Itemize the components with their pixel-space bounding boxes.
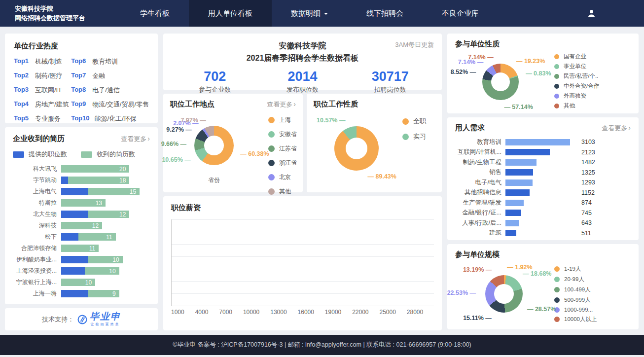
resume-chart-legend: 提供的职位数收到的简历数	[13, 150, 150, 159]
industry-item: Top8电子/通信	[71, 86, 149, 95]
resume-row: 特斯拉13	[13, 197, 150, 209]
industry-item: Top3互联网/IT	[14, 86, 71, 95]
donut-percent-label: — 0.83%	[526, 70, 551, 77]
donut-percent-label: 15.11% —	[463, 315, 492, 321]
industry-item: Top2制药/医疗	[14, 71, 71, 80]
x-tick-label	[347, 309, 352, 316]
donut-percent-label: 22.53% —	[447, 289, 476, 296]
legend-item[interactable]: 事业单位	[554, 63, 599, 70]
legend-item[interactable]: 1000-999...	[554, 307, 597, 313]
company-resumes-card: 企业收到的简历 查看更多› 提供的职位数收到的简历数 科大讯飞20字节跳动18上…	[5, 127, 158, 304]
resume-row: 宁波银行上海...10	[13, 277, 150, 288]
legend-item[interactable]: 外商独资	[554, 92, 599, 100]
kpi-stats: 702参与企业数 2014发布职位数 30717招聘岗位数	[171, 69, 434, 94]
x-tick-label	[369, 309, 374, 316]
x-tick-label	[287, 309, 292, 316]
unit-nature-title: 参与单位性质	[455, 39, 631, 49]
legend-item[interactable]: 中外合资/合作	[554, 82, 599, 90]
industry-item: Top7金融	[71, 71, 149, 80]
job-nature-title: 职位工作性质	[314, 100, 435, 109]
chevron-right-icon: ›	[628, 124, 631, 132]
page-footer: ©毕业申 备案号 : 沪ICP备17007916号-3 | 邮箱 : info@…	[0, 335, 644, 355]
legend-item[interactable]: 其他	[268, 187, 297, 196]
industry-item: Top6教育培训	[71, 57, 149, 66]
x-tick-label	[396, 309, 401, 316]
demand-row: 电子/电气1293	[455, 178, 631, 188]
x-tick-label	[429, 309, 434, 316]
unit-scale-legend: 1-19人20-99人100-499人500-999人1000-999...10…	[554, 265, 597, 323]
legend-item[interactable]: 浙江省	[268, 159, 297, 167]
legend-item[interactable]: 500-999人	[554, 296, 597, 304]
x-tick-label	[374, 309, 380, 316]
donut-percent-label: — 19.23%	[516, 58, 545, 65]
industry-heat-card: 单位行业热度 Top1机械/制造 Top2制药/医疗 Top3互联网/IT To…	[5, 34, 158, 123]
demand-row: 金融/银行/证...745	[455, 208, 631, 218]
biyeshen-logo-text: 毕业申	[90, 312, 121, 321]
demand-row: 销售1325	[455, 168, 631, 178]
legend-item[interactable]: 其他	[554, 102, 599, 109]
legend-item[interactable]: 北京	[268, 173, 297, 181]
donut-percent-label: 10.57% —	[317, 117, 345, 124]
user-icon-glyph	[586, 8, 597, 19]
donut-percent-label: — 28.57%	[527, 306, 556, 313]
job-location-legend: 上海安徽省江苏省浙江省北京其他	[268, 116, 297, 196]
industry-item: Top1机械/制造	[14, 57, 71, 66]
legend-item[interactable]: 提供的职位数	[13, 150, 67, 159]
legend-item[interactable]: 安徽省	[268, 130, 297, 139]
job-location-more-link[interactable]: 查看更多›	[267, 100, 296, 109]
nav-item-employer-board[interactable]: 用人单位看板	[189, 0, 272, 27]
demand-bar-chart: 教育培训3103互联网/计算机...2123制药/生物工程1482销售1325电…	[455, 137, 631, 238]
legend-item[interactable]: 实习	[402, 132, 426, 141]
donut-percent-label: 7.14% —	[468, 54, 493, 61]
x-tick-label	[214, 309, 219, 316]
x-tick-label	[232, 309, 238, 316]
tech-support-label: 技术支持：	[42, 315, 74, 324]
company-resumes-title: 企业收到的简历	[13, 134, 65, 143]
demand-more-link[interactable]: 查看更多›	[602, 124, 631, 133]
resume-row: 科大讯飞20	[13, 163, 150, 175]
tech-support-card: 技术支持： 毕业申 让校招更简单	[5, 308, 158, 330]
nav-item-data-detail[interactable]: 数据明细	[272, 0, 347, 27]
legend-item[interactable]: 收到的简历数	[81, 150, 135, 159]
footer-text: ©毕业申 备案号 : 沪ICP备17007916号-3 | 邮箱 : info@…	[173, 341, 471, 349]
donut-percent-label: — 57.14%	[504, 104, 533, 110]
company-resumes-more-link[interactable]: 查看更多›	[121, 135, 150, 143]
legend-item[interactable]: 国有企业	[554, 53, 599, 60]
nav-item-offline-fair[interactable]: 线下招聘会	[347, 0, 423, 27]
job-location-card: 职位工作地点 查看更多› 上海安徽省江苏省浙江省北京其他 省份 — 60.38%…	[163, 94, 303, 192]
update-note: 3AM每日更新	[395, 40, 434, 49]
donut-percent-label: 7.97% —	[180, 117, 206, 124]
job-location-donut: 上海安徽省江苏省浙江省北京其他 省份 — 60.38%10.65% —9.66%…	[170, 111, 296, 185]
legend-item[interactable]: 20-99人	[554, 276, 597, 283]
donut-percent-label: 9.27% —	[166, 126, 191, 133]
unit-scale-donut: 1-19人20-99人100-499人500-999人1000-999...10…	[455, 261, 631, 324]
x-tick-label: 28000	[407, 309, 423, 316]
x-tick-label: 10000	[243, 309, 259, 316]
unit-scale-card: 参与单位规模 1-19人20-99人100-499人500-999人1000-9…	[447, 244, 639, 329]
legend-item[interactable]: 1-19人	[554, 265, 597, 273]
brand-line2: 网络招聘会数据管理平台	[15, 13, 85, 23]
x-tick-label	[292, 309, 298, 316]
unit-nature-legend: 国有企业事业单位民营/私营/个..中外合资/合作外商独资其他	[554, 53, 599, 109]
unit-scale-title: 参与单位规模	[455, 250, 631, 259]
job-nature-donut: 全职实习 — 89.43%10.57% —	[314, 111, 435, 187]
legend-item[interactable]: 民营/私营/个..	[554, 72, 599, 80]
x-tick-label: 7000	[219, 309, 232, 316]
legend-item[interactable]: 10000人以上	[554, 316, 597, 323]
resume-row: 字节跳动18	[13, 175, 150, 186]
job-nature-card: 职位工作性质 全职实习 — 89.43%10.57% —	[307, 94, 442, 192]
legend-item[interactable]: 全职	[402, 117, 426, 126]
nav-item-student-board[interactable]: 学生看板	[121, 0, 189, 27]
donut-percent-label: 9.66% —	[161, 141, 186, 147]
dashboard: 单位行业热度 Top1机械/制造 Top2制药/医疗 Top3互联网/IT To…	[0, 27, 644, 330]
salary-card: 职位薪资 10004000700010000130001600019000220…	[163, 196, 442, 330]
x-tick-label	[320, 309, 325, 316]
biyeshen-logo-tagline: 让校招更简单	[91, 322, 120, 327]
legend-item[interactable]: 上海	[268, 116, 297, 124]
nav-item-bad-company[interactable]: 不良企业库	[423, 0, 498, 27]
x-tick-label	[208, 309, 214, 316]
legend-item[interactable]: 江苏省	[268, 144, 297, 153]
resume-row: 合肥沛顿存储11	[13, 243, 150, 254]
user-icon[interactable]	[586, 8, 597, 19]
legend-item[interactable]: 100-499人	[554, 286, 597, 293]
